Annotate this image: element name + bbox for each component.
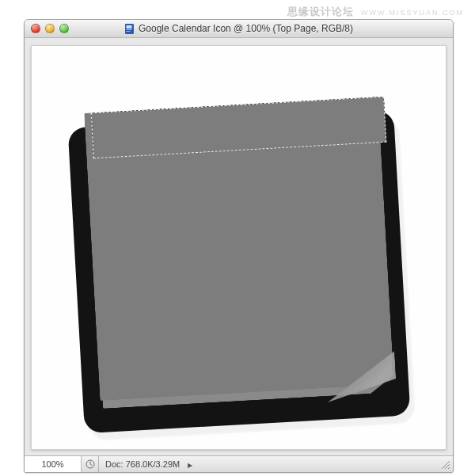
minimize-button[interactable] [45, 24, 55, 33]
window-title-text: Google Calendar Icon @ 100% (Top Page, R… [139, 23, 353, 34]
svg-rect-0 [125, 24, 134, 34]
svg-rect-3 [127, 31, 131, 32]
status-info-icon[interactable] [82, 456, 99, 472]
window-title: Google Calendar Icon @ 100% (Top Page, R… [25, 23, 453, 34]
canvas-frame [31, 45, 446, 450]
traffic-lights [31, 24, 69, 33]
watermark-sub: WWW.MISSYUAN.COM [361, 9, 464, 17]
svg-rect-1 [127, 25, 132, 29]
resize-grip-icon[interactable] [440, 459, 450, 470]
doc-size-readout[interactable]: Doc: 768.0K/3.29M ▶ [99, 459, 199, 469]
statusbar: 100% Doc: 768.0K/3.29M ▶ [25, 455, 453, 472]
chevron-right-icon: ▶ [188, 462, 192, 469]
page-watermark: 思缘设计论坛 WWW.MISSYUAN.COM [287, 5, 464, 19]
doc-disclosure[interactable]: ▶ [185, 462, 192, 469]
titlebar[interactable]: Google Calendar Icon @ 100% (Top Page, R… [25, 20, 453, 38]
document-window: Google Calendar Icon @ 100% (Top Page, R… [24, 19, 454, 473]
doc-value: 768.0K/3.29M [126, 459, 180, 469]
svg-rect-2 [127, 29, 132, 30]
watermark-main: 思缘设计论坛 [287, 6, 354, 17]
zoom-button[interactable] [59, 24, 69, 33]
photoshop-file-icon [124, 24, 135, 34]
doc-label: Doc: [105, 459, 124, 469]
artwork [32, 46, 446, 449]
zoom-level-field[interactable]: 100% [25, 456, 82, 472]
close-button[interactable] [31, 24, 40, 33]
zoom-level-text: 100% [41, 459, 63, 469]
canvas[interactable] [32, 46, 446, 449]
